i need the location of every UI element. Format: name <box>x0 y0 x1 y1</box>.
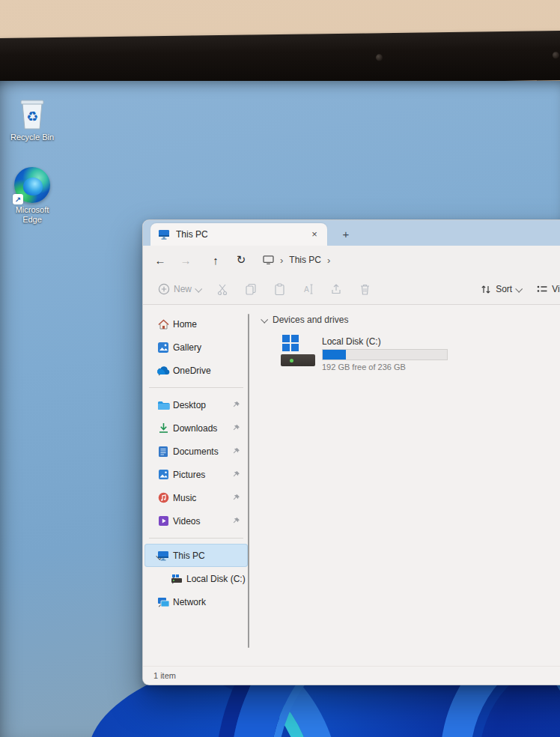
chevron-down-icon <box>261 315 268 323</box>
plus-circle-icon <box>158 283 170 295</box>
sort-button-label: Sort <box>496 284 512 294</box>
windows-drive-icon <box>281 335 315 369</box>
view-button-label: View <box>552 284 560 294</box>
gallery-icon <box>157 342 169 354</box>
sidebar-item-network[interactable]: Network <box>144 590 248 613</box>
bezel-dot-icon <box>553 52 559 58</box>
sidebar-item-onedrive[interactable]: OneDrive <box>144 359 248 382</box>
edge-icon: ↗ <box>14 167 50 203</box>
rename-button[interactable]: A <box>295 283 320 295</box>
sidebar-item-downloads[interactable]: Downloads <box>144 416 248 440</box>
laptop-bezel <box>0 31 560 88</box>
monitor-icon <box>263 255 274 265</box>
drive-name: Local Disk (C:) <box>322 336 448 347</box>
sidebar-item-gallery[interactable]: Gallery <box>144 336 248 359</box>
webcam-icon <box>376 54 383 61</box>
navigation-bar: ← → ↑ ↻ › This PC › <box>143 246 560 274</box>
file-explorer-window: This PC × + ← → ↑ ↻ › This PC › <box>142 219 560 685</box>
sidebar-item-pictures[interactable]: Pictures <box>144 463 248 486</box>
copy-button[interactable] <box>238 283 264 296</box>
new-button[interactable]: New <box>152 283 207 295</box>
sidebar-item-desktop[interactable]: Desktop <box>144 393 248 416</box>
desktop-icon-label: Recycle Bin <box>10 133 54 142</box>
tab-title: This PC <box>176 229 302 240</box>
svg-text:♻: ♻ <box>26 109 38 124</box>
new-button-label: New <box>174 284 192 294</box>
sidebar-item-videos[interactable]: Videos <box>144 509 248 533</box>
document-icon <box>158 446 168 458</box>
sidebar-separator <box>149 538 243 539</box>
sort-button[interactable]: Sort <box>474 284 527 295</box>
breadcrumb-location[interactable]: This PC <box>289 255 321 265</box>
pin-icon <box>232 470 240 479</box>
capacity-bar-fill <box>323 350 346 360</box>
new-tab-button[interactable]: + <box>336 224 356 243</box>
breadcrumb-chevron-icon[interactable]: › <box>324 255 333 266</box>
share-button[interactable] <box>323 283 349 295</box>
content-pane: Devices and drives Local Disk (C:) 192 G… <box>249 305 560 666</box>
chevron-down-icon <box>195 285 202 292</box>
cut-button[interactable] <box>210 283 235 296</box>
command-toolbar: New <box>143 274 560 305</box>
view-layout-icon <box>536 284 548 294</box>
pin-icon <box>232 494 240 502</box>
paste-button[interactable] <box>267 283 292 296</box>
pin-icon <box>232 447 240 455</box>
sidebar-separator <box>149 387 243 388</box>
breadcrumb-chevron-icon: › <box>277 255 286 266</box>
status-bar: 1 item <box>143 666 560 685</box>
refresh-button[interactable]: ↻ <box>228 253 254 267</box>
desktop-icon-label: Microsoft Edge <box>16 205 49 225</box>
desktop-folder-icon <box>157 400 170 410</box>
rename-icon: A <box>302 283 314 295</box>
explorer-body: Home Gallery OneDrive <box>143 305 560 666</box>
drive-free-space-text: 192 GB free of 236 GB <box>322 363 448 371</box>
delete-button[interactable] <box>352 283 377 296</box>
share-icon <box>330 283 343 295</box>
drive-tile-local-disk-c[interactable]: Local Disk (C:) 192 GB free of 236 GB <box>281 335 560 371</box>
home-icon <box>157 318 170 330</box>
local-disk-icon <box>171 574 183 583</box>
address-bar[interactable]: › This PC › <box>263 255 560 266</box>
sidebar-item-local-disk-c[interactable]: Local Disk (C:) <box>144 567 248 590</box>
tab-bar: This PC × + <box>143 220 560 246</box>
item-count: 1 item <box>153 671 176 680</box>
network-icon <box>157 597 170 607</box>
shortcut-arrow-icon: ↗ <box>13 194 23 204</box>
forward-button[interactable]: → <box>173 254 198 267</box>
paste-icon <box>274 283 285 296</box>
drive-led-icon <box>290 359 293 363</box>
back-button[interactable]: ← <box>147 254 173 267</box>
recycle-bin-icon: ♻ <box>17 97 47 130</box>
chevron-down-icon <box>515 285 523 292</box>
capacity-bar <box>322 349 448 360</box>
copy-icon <box>245 283 257 296</box>
monitor-icon <box>158 229 170 240</box>
tab-close-icon[interactable]: × <box>308 228 321 241</box>
laptop-screen: ♻ Recycle Bin ↗ Microsoft Edge This PC <box>0 81 560 737</box>
cut-icon <box>216 283 229 296</box>
view-button[interactable]: View <box>530 284 560 294</box>
desktop-icon-microsoft-edge[interactable]: ↗ Microsoft Edge <box>0 167 64 225</box>
sidebar-item-this-pc[interactable]: This PC <box>144 544 248 567</box>
navigation-pane: Home Gallery OneDrive <box>143 305 249 666</box>
desktop-icon-recycle-bin[interactable]: ♻ Recycle Bin <box>0 97 64 142</box>
sidebar-scrollbar[interactable] <box>248 314 250 648</box>
sidebar-item-music[interactable]: Music <box>144 486 248 509</box>
pin-icon <box>232 517 240 525</box>
download-arrow-icon <box>158 422 169 434</box>
up-button[interactable]: ↑ <box>203 254 228 267</box>
sidebar-item-documents[interactable]: Documents <box>144 440 248 463</box>
sidebar-item-home[interactable]: Home <box>144 312 248 336</box>
onedrive-cloud-icon <box>156 366 170 375</box>
trash-icon <box>359 283 371 296</box>
sort-arrows-icon <box>480 284 492 295</box>
monitor-icon <box>157 551 169 561</box>
music-icon <box>158 492 169 503</box>
pin-icon <box>232 401 240 409</box>
group-header-devices-and-drives[interactable]: Devices and drives <box>261 315 560 325</box>
windows-flag-icon <box>282 335 299 351</box>
tab-this-pc[interactable]: This PC × <box>150 223 327 246</box>
photo-of-laptop-screen: { "colors": { "accent_blue": "#1273d4", … <box>0 0 560 737</box>
pin-icon <box>232 424 240 432</box>
